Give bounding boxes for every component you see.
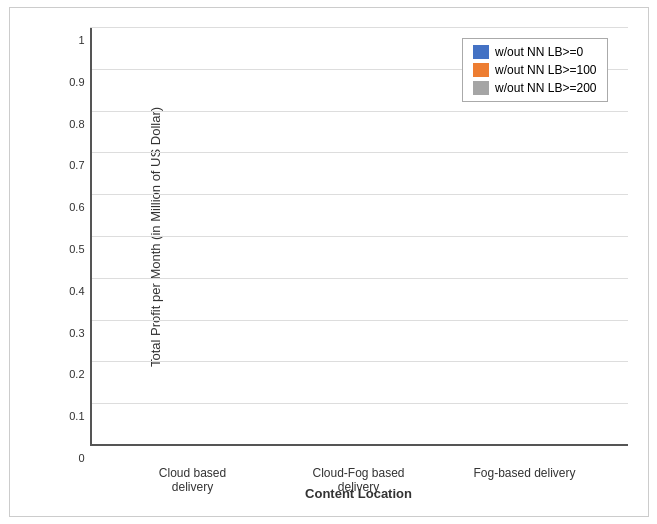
legend-label: w/out NN LB>=200	[495, 81, 596, 95]
legend-item: w/out NN LB>=0	[473, 45, 596, 59]
y-tick-label: 0.2	[69, 368, 84, 380]
y-tick-label: 1	[78, 34, 84, 46]
y-tick-label: 0.3	[69, 327, 84, 339]
y-tick-label: 0.8	[69, 118, 84, 130]
x-axis-label: Content Location	[305, 486, 412, 501]
legend-item: w/out NN LB>=200	[473, 81, 596, 95]
y-tick-label: 0.7	[69, 159, 84, 171]
y-tick-label: 0.1	[69, 410, 84, 422]
legend: w/out NN LB>=0w/out NN LB>=100w/out NN L…	[462, 38, 607, 102]
legend-label: w/out NN LB>=100	[495, 63, 596, 77]
y-tick-label: 0	[78, 452, 84, 464]
y-tick-label: 0.6	[69, 201, 84, 213]
y-tick-label: 0.4	[69, 285, 84, 297]
legend-color-box	[473, 63, 489, 77]
x-axis-group-label: Fog-based delivery	[465, 466, 585, 494]
legend-color-box	[473, 45, 489, 59]
chart-area: Total Profit per Month (in Million of US…	[90, 28, 628, 446]
chart-container: Total Profit per Month (in Million of US…	[9, 7, 649, 517]
y-tick-label: 0.5	[69, 243, 84, 255]
y-tick-label: 0.9	[69, 76, 84, 88]
legend-color-box	[473, 81, 489, 95]
legend-label: w/out NN LB>=0	[495, 45, 583, 59]
x-axis-group-label: Cloud baseddelivery	[133, 466, 253, 494]
legend-item: w/out NN LB>=100	[473, 63, 596, 77]
